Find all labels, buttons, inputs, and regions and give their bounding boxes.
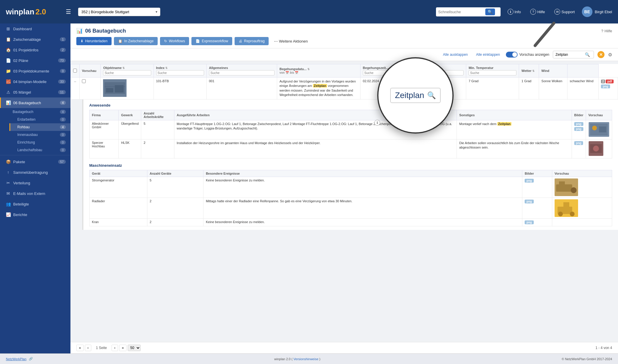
png-badge-maschinen-2[interactable]: png bbox=[525, 200, 533, 203]
page-size-select[interactable]: 50 bbox=[128, 345, 141, 351]
sidebar-label-projektinfos: 01 Projektinfos bbox=[13, 48, 38, 52]
info-circle-icon[interactable]: ℹ bbox=[374, 120, 380, 126]
td-expand: − bbox=[71, 77, 80, 100]
subitem-label-bautagebuch: Bautagebuch bbox=[13, 110, 33, 114]
hilfe-button[interactable]: ? Hilfe bbox=[528, 8, 547, 16]
status-bar-right: © NetzWerkPlan GmbH 2017-2024 bbox=[562, 357, 612, 361]
png-badge-maschinen-1[interactable]: png bbox=[525, 179, 533, 183]
td-geraet-2: Radlader bbox=[90, 198, 147, 218]
zwischenablage-button[interactable]: 📋 In Zwischenablage bbox=[114, 37, 158, 45]
png-badge-anwesende-1a[interactable]: png bbox=[574, 122, 583, 126]
expressworkflow-button[interactable]: 📄 Expressworkflow bbox=[191, 37, 232, 45]
filter-settings-button[interactable]: ⚙ bbox=[608, 52, 612, 58]
sidebar-subitem-erdarbeiten[interactable]: Erdarbeiten 0 bbox=[9, 116, 70, 123]
maengel-icon: ⚠ bbox=[6, 90, 11, 95]
sidebar-item-berichte[interactable]: 📈 Berichte bbox=[0, 209, 70, 220]
td-thumb-maschinen-1 bbox=[552, 177, 612, 198]
sidebar-item-bimplan[interactable]: 🧱 04 bimplan-Modelle 33 bbox=[0, 76, 70, 87]
global-search-input[interactable] bbox=[438, 10, 485, 14]
sidebar-subitem-einrichtung[interactable]: Einrichtung 0 bbox=[9, 139, 70, 146]
weitere-aktionen-button[interactable]: ⋯ Weitere Aktionen bbox=[271, 37, 311, 45]
logo-text-version: 2.0 bbox=[36, 7, 46, 16]
sidebar-item-beteiligte[interactable]: 👥 Beteiligte bbox=[0, 199, 70, 209]
alle-einklappen-button[interactable]: Alle einklappen bbox=[474, 51, 502, 58]
search-min-temp[interactable] bbox=[469, 70, 516, 75]
bautagebuch-icon: 📊 bbox=[6, 100, 11, 105]
bautagebuch-subitems: Bautagebuch 4 Erdarbeiten 0 Rohbau 4 Inn… bbox=[0, 108, 70, 154]
td-vorschau-thumb-1 bbox=[586, 120, 612, 139]
anwesende-header: Firma Gewerk Anzahl Arbeitskräfte Ausgef… bbox=[90, 110, 612, 120]
row-thumbnail bbox=[103, 79, 127, 97]
search-objektname[interactable] bbox=[103, 70, 151, 75]
user-avatar: BE bbox=[582, 6, 592, 17]
sidebar-label-zwischenablage: Zwischenablage bbox=[13, 37, 41, 42]
prev-page-button[interactable]: ‹ bbox=[85, 345, 91, 351]
row-checkbox[interactable] bbox=[82, 79, 86, 83]
vorschau-toggle[interactable] bbox=[506, 52, 518, 58]
search-allgemeines[interactable] bbox=[209, 70, 275, 75]
th-begehungszeit-label: Begehungszeit... bbox=[363, 66, 388, 70]
versionshinweise-link[interactable]: Versionshinweise bbox=[294, 357, 319, 361]
th-gewerk: Gewerk bbox=[119, 110, 141, 120]
info-button[interactable]: ℹ Info bbox=[505, 8, 523, 16]
td-index: 001 bbox=[206, 77, 277, 100]
png-badge-row[interactable]: png bbox=[601, 85, 610, 88]
sidebar-item-plaene[interactable]: 📄 02 Pläne 73 bbox=[0, 55, 70, 66]
zwischenablage-toolbar-icon: 📋 bbox=[118, 39, 122, 43]
anwesende-title: Anwesende bbox=[89, 103, 612, 107]
pagination-total: 1 - 4 von 4 bbox=[595, 346, 612, 350]
filter-clear-button[interactable]: ✕ bbox=[597, 51, 604, 58]
sidebar-subitem-rohbau[interactable]: Rohbau 4 bbox=[9, 123, 70, 131]
sidebar-item-bautagebuch[interactable]: 📊 06 Bautagebuch 4 bbox=[0, 97, 70, 108]
alle-ausklappen-button[interactable]: Alle ausklappen bbox=[441, 51, 470, 58]
sidebar-label-bimplan: 04 bimplan-Modelle bbox=[13, 80, 46, 84]
expressworkflow-label: Expressworkflow bbox=[202, 39, 228, 43]
bimplan-count: 33 bbox=[58, 80, 66, 84]
user-menu-button[interactable]: BE Birgit Ebel bbox=[582, 6, 612, 17]
project-select[interactable]: 352 | Bürogebäude Stuttgart bbox=[78, 8, 160, 16]
td-allgemeines: Aufgrund der Verzögerungen in den Vortag… bbox=[277, 77, 360, 100]
sidebar-subitem-bautagebuch[interactable]: Bautagebuch 4 bbox=[9, 108, 70, 116]
workflows-button[interactable]: ↻ Workflows bbox=[160, 37, 189, 45]
hamburger-button[interactable]: ☰ bbox=[63, 7, 73, 16]
sidebar-subitem-landschaftsbau[interactable]: Landschaftsbau 0 bbox=[9, 146, 70, 154]
png-badge-anwesende-2[interactable]: png bbox=[574, 141, 583, 145]
last-page-button[interactable]: » bbox=[119, 345, 127, 351]
thumb-svg-maschinen-2 bbox=[555, 199, 578, 217]
sidebar-item-sammelubertragung[interactable]: ↑ Sammelübertragung bbox=[0, 167, 70, 178]
search-highlight-input[interactable] bbox=[555, 53, 585, 57]
reproauftrag-button[interactable]: 🖨 Reproauftrag bbox=[235, 37, 269, 45]
sidebar-item-dashboard[interactable]: ⊞ Dashboard bbox=[0, 23, 70, 34]
td-wind: schwacher Wind bbox=[567, 77, 599, 100]
svg-rect-3 bbox=[106, 88, 113, 92]
page-help-button[interactable]: ? Hilfe bbox=[601, 29, 612, 33]
td-ereignisse-2: Mittags hatte einer der Radlader eine Re… bbox=[203, 198, 522, 218]
page-label: 1 Seite bbox=[92, 345, 110, 351]
sidebar-item-emails[interactable]: ✉ E-Mails von Extern bbox=[0, 188, 70, 199]
first-page-button[interactable]: « bbox=[76, 345, 84, 351]
herunterladen-button[interactable]: ⬇ Herunterladen bbox=[76, 37, 112, 45]
svg-rect-15 bbox=[559, 181, 565, 186]
png-badge-anwesende-1b[interactable]: png bbox=[574, 127, 583, 131]
search-index[interactable] bbox=[156, 70, 204, 75]
sidebar-item-projektinfos[interactable]: 🏠 01 Projektinfos 2 bbox=[0, 45, 70, 55]
global-search-button[interactable]: 🔍 bbox=[485, 9, 495, 15]
support-button[interactable]: ✉ Support bbox=[552, 8, 577, 16]
expand-toggle[interactable]: − bbox=[74, 79, 76, 84]
sidebar-item-zwischenablage[interactable]: 📋 Zwischenablage 1 bbox=[0, 34, 70, 45]
sidebar-item-maengel[interactable]: ⚠ 05 Mängel 11 bbox=[0, 87, 70, 97]
sidebar-item-verteilung[interactable]: ✂ Verteilung bbox=[0, 178, 70, 188]
select-all-checkbox[interactable] bbox=[73, 69, 77, 73]
zeitplan-highlight-anwesende-1: Zeitplan bbox=[497, 122, 511, 126]
pdf-badge-row[interactable]: pdf bbox=[606, 80, 614, 83]
td-vorschau-thumb-2 bbox=[586, 139, 612, 158]
netzwerk-link[interactable]: NetzWerkPlan bbox=[6, 357, 26, 361]
table-header-row: Vorschau Objektname ⇅ Index ⇅ bbox=[71, 64, 618, 77]
next-page-button[interactable]: › bbox=[112, 345, 118, 351]
sidebar-item-pakete[interactable]: 📦 Pakete 57 bbox=[0, 156, 70, 167]
png-badge-maschinen-3[interactable]: png bbox=[525, 220, 533, 224]
sidebar-subitem-innenausbau[interactable]: Innenausbau 0 bbox=[9, 131, 70, 139]
sidebar-label-maengel: 05 Mängel bbox=[13, 90, 31, 95]
maschineneinsatz-table: Gerät Anzahl Geräte Besondere Ereignisse… bbox=[89, 170, 612, 226]
sidebar-item-projektdokumente[interactable]: 📁 03 Projektdokumente 0 bbox=[0, 66, 70, 76]
